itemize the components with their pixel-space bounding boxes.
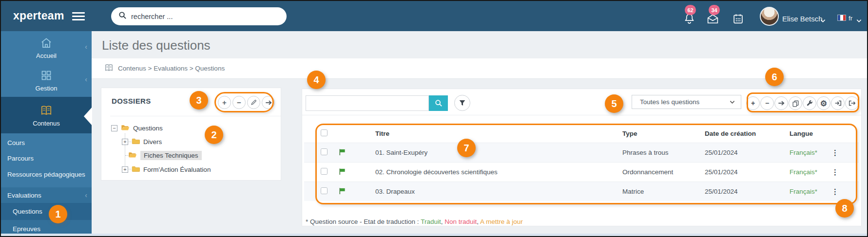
select-all-checkbox[interactable]: [321, 129, 328, 136]
sidebar-item-cours[interactable]: Cours: [1, 135, 92, 150]
callout-badge-8: 8: [835, 199, 854, 218]
question-title[interactable]: 03. Drapeaux: [354, 188, 622, 195]
question-language: Français*: [790, 188, 829, 195]
callout-badge-5: 5: [605, 94, 623, 113]
user-avatar[interactable]: [760, 7, 779, 26]
column-header-date[interactable]: Date de création: [705, 130, 790, 137]
calendar-icon[interactable]: [732, 13, 744, 27]
book-icon: [104, 64, 114, 73]
import-button[interactable]: [831, 96, 845, 110]
questions-search-button[interactable]: [429, 95, 448, 111]
divider: [110, 116, 281, 116]
flag-fr-icon[interactable]: [838, 15, 846, 20]
kebab-menu-icon[interactable]: ⋮: [829, 187, 859, 196]
export-button[interactable]: [845, 96, 859, 110]
gear-icon: ⚙: [820, 99, 827, 108]
move-folder-button[interactable]: [262, 96, 275, 109]
topbar: xperteam 62 34 Elise Betsch fr: [1, 1, 867, 31]
remove-folder-button[interactable]: −: [232, 96, 246, 109]
questions-filter-select[interactable]: Toutes les questions: [632, 95, 741, 109]
sidebar: Accueil ‹ Gestion ‹ Contenus ‹ Cours Par…: [1, 31, 92, 236]
tree-expand-toggle[interactable]: +: [122, 166, 128, 173]
folder-open-icon: [121, 124, 130, 132]
messages-count-badge[interactable]: 34: [709, 5, 720, 15]
question-type: Phrases à trous: [622, 149, 705, 156]
selected-folder-label: Fiches Techniques: [140, 151, 202, 160]
table-row[interactable]: 03. Drapeaux Matrice 25/01/2024 Français…: [304, 182, 859, 201]
move-question-button[interactable]: [774, 96, 788, 110]
sign-out-icon: [849, 100, 856, 107]
tree-item-divers[interactable]: + Divers: [122, 136, 162, 147]
status-a-mettre-a-jour: A mettre à jour: [480, 218, 523, 225]
sidebar-item-gestion[interactable]: Gestion ‹: [1, 62, 92, 96]
duplicate-question-button[interactable]: [789, 96, 802, 110]
row-checkbox[interactable]: [321, 148, 328, 155]
column-header-langue[interactable]: Langue: [790, 130, 829, 137]
question-date: 25/01/2024: [705, 168, 790, 176]
copy-icon: [792, 100, 799, 107]
callout-badge-2: 2: [205, 126, 223, 144]
sidebar-item-accueil[interactable]: Accueil ‹: [1, 31, 92, 62]
breadcrumb: Contenus > Evaluations > Questions: [92, 58, 867, 79]
translation-status-note: * Question source - Etat de traduction :…: [306, 218, 523, 225]
kebab-menu-icon[interactable]: ⋮: [829, 168, 859, 177]
user-chevron-down-icon[interactable]: [820, 16, 826, 25]
question-type: Matrice: [622, 188, 705, 195]
remove-question-button[interactable]: −: [760, 96, 774, 110]
search-icon: [118, 11, 127, 21]
chevron-left-icon: ‹: [85, 43, 87, 51]
status-traduit: Traduit: [421, 218, 441, 225]
sidebar-item-ressources-pedagogiques[interactable]: Ressources pédagogiques: [1, 166, 92, 182]
hamburger-menu-icon[interactable]: [72, 12, 85, 20]
user-name[interactable]: Elise Betsch: [782, 15, 823, 23]
questions-table: Titre Type Date de création Langue 01. S…: [304, 125, 859, 201]
callout-badge-1: 1: [49, 205, 67, 223]
sidebar-item-questions[interactable]: Questions: [1, 203, 92, 220]
global-search-input[interactable]: [131, 13, 272, 20]
global-search: [111, 7, 287, 25]
tree-item-questions[interactable]: − Questions: [111, 123, 163, 133]
sidebar-item-parcours[interactable]: Parcours: [1, 150, 92, 166]
edit-folder-button[interactable]: [247, 96, 260, 109]
add-question-button[interactable]: +: [746, 96, 760, 110]
filter-button[interactable]: [454, 95, 470, 111]
tree-item-formaction-evaluation[interactable]: + Form'Action Évaluation: [122, 164, 211, 175]
column-header-titre[interactable]: Titre: [354, 130, 622, 137]
mail-icon[interactable]: [706, 13, 719, 26]
app-window: xperteam 62 34 Elise Betsch fr: [0, 0, 868, 237]
column-header-type[interactable]: Type: [622, 130, 705, 137]
sidebar-item-evaluations[interactable]: Evaluations ‹: [1, 187, 92, 203]
questions-panel: Toutes les questions + − ⚙: [302, 89, 862, 226]
notifications-count-badge[interactable]: 62: [685, 5, 696, 15]
add-folder-button[interactable]: +: [218, 96, 231, 109]
tools-button[interactable]: [803, 96, 816, 110]
question-title[interactable]: 01. Saint-Exupéry: [354, 149, 622, 156]
tree-expand-toggle[interactable]: +: [122, 139, 128, 145]
kebab-menu-icon[interactable]: ⋮: [829, 148, 859, 157]
question-title[interactable]: 02. Chronologie découvertes scientifique…: [354, 168, 622, 176]
active-item-notch: [84, 107, 92, 126]
home-icon: [1, 37, 92, 51]
questions-search-input[interactable]: [306, 95, 429, 111]
folder-closed-icon: [132, 138, 140, 146]
language-selector[interactable]: fr: [849, 15, 852, 22]
settings-button[interactable]: ⚙: [817, 96, 830, 110]
language-chevron-down-icon[interactable]: [856, 16, 862, 25]
table-row[interactable]: 02. Chronologie découvertes scientifique…: [304, 162, 859, 182]
page-title: Liste des questions: [102, 38, 211, 53]
window-bottom-edge: [1, 234, 867, 236]
row-checkbox[interactable]: [321, 168, 328, 175]
sidebar-item-contenus[interactable]: Contenus ‹: [1, 97, 92, 133]
question-language: Français*: [790, 149, 829, 156]
chevron-left-icon: ‹: [85, 191, 87, 199]
breadcrumb-path[interactable]: Contenus > Evaluations > Questions: [118, 65, 225, 72]
row-checkbox[interactable]: [321, 187, 328, 194]
question-language: Français*: [790, 168, 829, 176]
divider: [302, 115, 861, 115]
folder-closed-icon: [132, 165, 140, 174]
tree-collapse-toggle[interactable]: −: [111, 125, 117, 131]
table-row[interactable]: 01. Saint-Exupéry Phrases à trous 25/01/…: [304, 143, 859, 162]
callout-badge-4: 4: [307, 71, 326, 89]
tree-item-fiches-techniques[interactable]: Fiches Techniques: [128, 150, 202, 161]
funnel-icon: [459, 99, 466, 107]
